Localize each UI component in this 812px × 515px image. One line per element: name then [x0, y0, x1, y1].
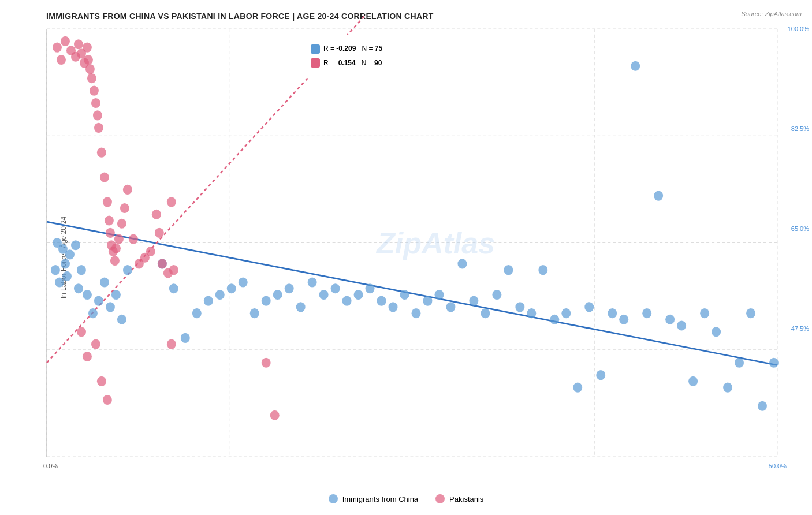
svg-point-68	[596, 370, 605, 380]
svg-point-19	[62, 271, 72, 281]
svg-point-60	[504, 265, 513, 275]
svg-point-35	[215, 290, 225, 300]
svg-point-37	[239, 277, 248, 287]
svg-point-127	[103, 395, 112, 405]
svg-point-104	[106, 228, 115, 238]
pink-swatch	[311, 58, 320, 68]
svg-point-29	[123, 265, 132, 275]
svg-point-85	[57, 55, 66, 65]
y-label-82: 82.5%	[791, 125, 809, 132]
svg-point-130	[270, 410, 280, 420]
svg-point-51	[400, 290, 409, 300]
scatter-svg	[47, 29, 777, 457]
svg-point-103	[105, 215, 114, 225]
svg-point-129	[262, 358, 271, 368]
svg-point-118	[155, 228, 164, 238]
legend-row-blue: R = -0.209 N = 75	[311, 43, 382, 55]
legend-item-pakistan: Pakistanis	[435, 494, 483, 503]
pakistan-label: Pakistanis	[449, 495, 483, 503]
svg-point-122	[169, 265, 178, 275]
svg-point-55	[446, 302, 455, 312]
china-label: Immigrants from China	[342, 495, 418, 503]
svg-point-43	[308, 277, 317, 287]
y-label-100: 100.0%	[788, 25, 809, 32]
svg-point-22	[83, 290, 92, 300]
svg-point-117	[152, 210, 161, 219]
svg-point-64	[550, 315, 559, 324]
svg-point-14	[51, 265, 60, 275]
svg-point-34	[204, 296, 213, 306]
svg-point-57	[469, 296, 478, 306]
svg-point-99	[94, 123, 103, 133]
svg-point-73	[654, 191, 663, 201]
svg-point-17	[65, 249, 75, 259]
svg-point-58	[481, 308, 490, 318]
svg-point-38	[250, 308, 259, 318]
svg-point-23	[88, 308, 98, 318]
svg-point-36	[227, 283, 236, 293]
svg-point-72	[642, 308, 651, 318]
svg-point-15	[61, 259, 70, 268]
svg-point-45	[331, 283, 340, 293]
svg-point-82	[758, 401, 767, 411]
svg-point-20	[74, 283, 83, 293]
x-label-0: 0.0%	[43, 462, 58, 469]
pakistan-circle	[435, 494, 445, 503]
chart-area: ZipAtlas	[46, 29, 777, 457]
svg-point-112	[123, 185, 132, 195]
svg-point-111	[120, 203, 129, 213]
blue-swatch	[311, 44, 320, 54]
svg-point-124	[83, 352, 92, 361]
svg-point-125	[91, 339, 100, 349]
svg-point-31	[169, 283, 178, 293]
svg-point-74	[665, 315, 675, 324]
legend-blue-r: R = -0.209 N = 75	[323, 43, 382, 55]
svg-point-78	[712, 327, 721, 337]
legend-row-pink: R = 0.154 N = 90	[311, 57, 382, 70]
source-label: Source: ZipAtlas.com	[741, 10, 802, 17]
svg-point-21	[77, 265, 86, 275]
svg-point-27	[111, 290, 121, 300]
china-circle	[329, 494, 338, 503]
svg-point-119	[158, 259, 167, 268]
svg-point-101	[100, 172, 109, 182]
svg-point-56	[457, 259, 467, 268]
svg-point-93	[84, 55, 93, 65]
svg-point-16	[55, 277, 64, 287]
svg-point-71	[631, 61, 640, 71]
svg-point-97	[91, 98, 100, 108]
svg-point-92	[83, 43, 92, 53]
svg-point-89	[74, 39, 83, 49]
svg-point-70	[619, 315, 628, 324]
svg-point-69	[608, 308, 617, 318]
svg-point-121	[167, 197, 176, 207]
svg-point-100	[97, 148, 106, 158]
svg-point-46	[342, 296, 352, 306]
svg-point-80	[735, 358, 744, 368]
chart-title: IMMIGRANTS FROM CHINA VS PAKISTANI IN LA…	[46, 12, 800, 21]
svg-point-65	[561, 308, 571, 318]
svg-point-83	[769, 358, 779, 368]
svg-point-108	[111, 244, 121, 253]
svg-point-40	[273, 290, 282, 300]
svg-point-48	[366, 283, 375, 293]
svg-point-95	[87, 73, 96, 83]
x-label-50: 50.0%	[769, 462, 787, 469]
legend-pink-r: R = 0.154 N = 90	[323, 57, 382, 70]
svg-point-109	[114, 234, 124, 244]
y-label-47: 47.5%	[791, 325, 809, 332]
svg-point-54	[434, 290, 444, 300]
svg-point-53	[423, 296, 432, 306]
svg-point-128	[167, 339, 176, 349]
svg-point-49	[377, 296, 386, 306]
svg-point-42	[296, 302, 306, 312]
svg-point-52	[412, 308, 421, 318]
chart-container: IMMIGRANTS FROM CHINA VS PAKISTANI IN LA…	[0, 0, 812, 515]
svg-point-28	[117, 315, 126, 324]
legend-item-china: Immigrants from China	[329, 494, 418, 503]
svg-point-76	[688, 376, 698, 386]
svg-point-33	[192, 308, 202, 318]
svg-point-32	[181, 333, 190, 343]
svg-point-61	[515, 302, 524, 312]
svg-point-107	[110, 256, 120, 266]
